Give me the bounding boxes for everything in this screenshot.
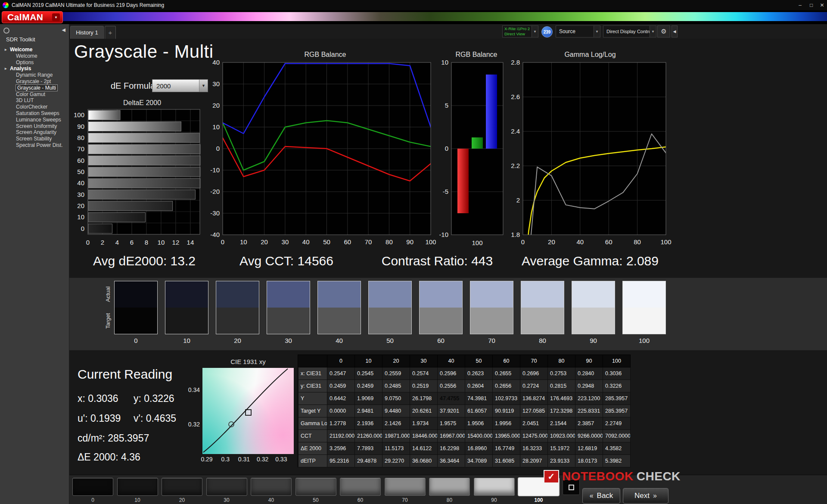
table-cell[interactable]: 1.9506: [465, 417, 493, 430]
table-cell[interactable]: 16.8960: [465, 442, 493, 455]
table-cell[interactable]: 0.2840: [575, 367, 603, 380]
pattern-button-50[interactable]: [295, 478, 336, 496]
source-dropdown[interactable]: Source ▼: [556, 25, 600, 37]
minimize-button[interactable]: –: [795, 0, 805, 10]
table-cell[interactable]: 285.3957: [603, 392, 631, 405]
table-cell[interactable]: 21192.0000: [327, 430, 355, 442]
pattern-button-80[interactable]: [429, 478, 470, 496]
reading-count-badge[interactable]: 239: [541, 26, 553, 37]
sidebar-item-screen-uniformity[interactable]: Screen Uniformity: [0, 123, 68, 130]
table-cell[interactable]: 0.2459: [327, 380, 355, 392]
table-cell[interactable]: 136.8274: [520, 392, 548, 405]
table-cell[interactable]: 2.3857: [575, 417, 603, 430]
sidebar-item-spectral-power-dist[interactable]: Spectral Power Dist.: [0, 142, 68, 149]
tree-expand-icon[interactable]: ▸: [5, 47, 7, 53]
settings-button[interactable]: ⚙: [657, 25, 670, 37]
table-cell[interactable]: 2.1936: [355, 417, 382, 430]
table-cell[interactable]: 5.3982: [603, 455, 631, 467]
table-cell[interactable]: 0.2604: [465, 380, 493, 392]
table-cell[interactable]: 16.2298: [438, 442, 465, 455]
table-cell[interactable]: 0.2545: [355, 367, 382, 380]
sidebar-item-colorchecker[interactable]: ColorChecker: [0, 104, 68, 110]
pattern-button-20[interactable]: [162, 478, 202, 496]
table-cell[interactable]: 13965.0000: [493, 430, 520, 442]
table-cell[interactable]: 2.1426: [382, 417, 410, 430]
table-cell[interactable]: 0.2696: [520, 367, 548, 380]
table-cell[interactable]: 1.9575: [438, 417, 465, 430]
sidebar-item-options[interactable]: Options: [0, 59, 68, 66]
table-cell[interactable]: 0.2724: [520, 380, 548, 392]
table-cell[interactable]: 0.6442: [327, 392, 355, 405]
de-formula-dropdown[interactable]: 2000 ▼: [152, 79, 208, 92]
table-cell[interactable]: 29.2270: [382, 455, 410, 467]
table-cell[interactable]: 2.2749: [603, 417, 631, 430]
table-cell[interactable]: 223.1200: [575, 392, 603, 405]
table-cell[interactable]: 9.4480: [382, 405, 410, 417]
add-tab-button[interactable]: +: [105, 26, 116, 39]
sidebar-item-screen-angularity[interactable]: Screen Angularity: [0, 129, 68, 136]
table-cell[interactable]: 0.3036: [603, 367, 631, 380]
table-cell[interactable]: 172.3298: [548, 405, 575, 417]
table-cell[interactable]: 47.4755: [438, 392, 465, 405]
table-cell[interactable]: 31.6085: [493, 455, 520, 467]
table-cell[interactable]: 1.9069: [355, 392, 382, 405]
table-cell[interactable]: 19871.0000: [382, 430, 410, 442]
table-cell[interactable]: 2.0451: [520, 417, 548, 430]
table-cell[interactable]: 102.9733: [493, 392, 520, 405]
pattern-button-90[interactable]: [474, 478, 515, 496]
table-cell[interactable]: 1.2778: [327, 417, 355, 430]
table-cell[interactable]: 23.9133: [548, 455, 575, 467]
pattern-button-40[interactable]: [251, 478, 292, 496]
table-cell[interactable]: 225.8331: [575, 405, 603, 417]
table-cell[interactable]: 16967.0000: [438, 430, 465, 442]
table-cell[interactable]: 12475.0000: [520, 430, 548, 442]
table-cell[interactable]: 0.2547: [327, 367, 355, 380]
table-cell[interactable]: 36.3464: [438, 455, 465, 467]
table-cell[interactable]: 0.2815: [548, 380, 575, 392]
table-cell[interactable]: 15.1972: [548, 442, 575, 455]
table-cell[interactable]: 0.2753: [548, 367, 575, 380]
pattern-button-60[interactable]: [340, 478, 381, 496]
table-cell[interactable]: 4.3582: [603, 442, 631, 455]
table-cell[interactable]: 0.2556: [438, 380, 465, 392]
table-cell[interactable]: 74.3981: [465, 392, 493, 405]
table-cell[interactable]: 26.1798: [410, 392, 438, 405]
table-cell[interactable]: 95.2316: [327, 455, 355, 467]
table-cell[interactable]: 7.7893: [355, 442, 382, 455]
table-cell[interactable]: 0.0000: [327, 405, 355, 417]
table-cell[interactable]: 34.7089: [465, 455, 493, 467]
table-cell[interactable]: 11.5173: [382, 442, 410, 455]
pattern-button-70[interactable]: [385, 478, 426, 496]
table-cell[interactable]: 16.3233: [520, 442, 548, 455]
sidebar-item-saturation-sweeps[interactable]: Saturation Sweeps: [0, 110, 68, 117]
pattern-button-30[interactable]: [206, 478, 247, 496]
table-cell[interactable]: 18.0173: [575, 455, 603, 467]
table-cell[interactable]: 0.2656: [493, 380, 520, 392]
workflow-menu-icon[interactable]: [3, 28, 9, 34]
table-cell[interactable]: 0.2459: [355, 380, 382, 392]
table-cell[interactable]: 28.2097: [520, 455, 548, 467]
table-cell[interactable]: 36.0680: [410, 455, 438, 467]
table-cell[interactable]: 37.9201: [438, 405, 465, 417]
table-cell[interactable]: 2.9481: [355, 405, 382, 417]
sidebar-item-screen-stability[interactable]: Screen Stability: [0, 136, 68, 142]
table-cell[interactable]: 14.6122: [410, 442, 438, 455]
sidebar-section-welcome[interactable]: ▸Welcome: [0, 47, 68, 53]
table-cell[interactable]: 61.6057: [465, 405, 493, 417]
tree-expand-icon[interactable]: ▸: [5, 65, 7, 72]
table-cell[interactable]: 18446.0000: [410, 430, 438, 442]
meter-dropdown[interactable]: X-Rite i1Pro 2 Direct View ▼: [502, 25, 538, 37]
table-cell[interactable]: 16.7749: [493, 442, 520, 455]
table-cell[interactable]: 7092.0000: [603, 430, 631, 442]
sidebar-item-3d-lut[interactable]: 3D LUT: [0, 97, 68, 104]
table-cell[interactable]: 176.4693: [548, 392, 575, 405]
table-cell[interactable]: 3.2596: [327, 442, 355, 455]
table-cell[interactable]: 0.2623: [465, 367, 493, 380]
calman-logo[interactable]: CalMAN ▼: [2, 11, 63, 23]
next-button[interactable]: Next »: [623, 488, 668, 504]
table-cell[interactable]: 9266.0000: [575, 430, 603, 442]
table-cell[interactable]: 1.9956: [493, 417, 520, 430]
table-cell[interactable]: 90.9119: [493, 405, 520, 417]
pattern-button-0[interactable]: [72, 478, 113, 496]
table-cell[interactable]: 0.3226: [603, 380, 631, 392]
